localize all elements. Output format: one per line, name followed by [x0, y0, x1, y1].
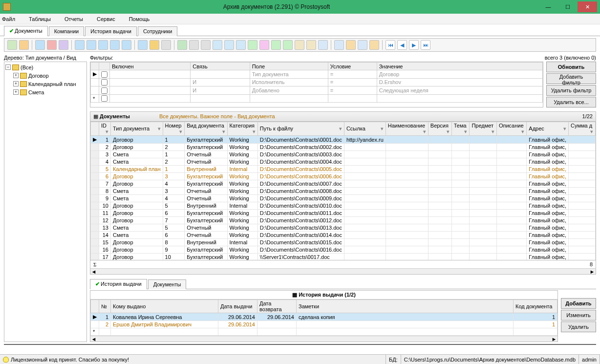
table-row[interactable]: 6 Договор 3 Бухгалтерский Working D:\Doc… [91, 173, 596, 180]
del-all-filters-button[interactable]: Удалить все... [546, 97, 596, 107]
history-add-button[interactable]: Добавить [561, 298, 596, 309]
col-header[interactable]: Ссылка▾ [344, 122, 386, 136]
history-edit-button[interactable]: Изменить [561, 310, 596, 321]
filter-enable-1[interactable] [101, 71, 107, 78]
col-header[interactable]: Вид документа▾ [185, 122, 227, 136]
col-header[interactable]: Категория▾ [227, 122, 257, 136]
col-header[interactable]: Сумма д▾ [569, 122, 596, 136]
export-word1-icon[interactable] [213, 40, 222, 50]
col-header[interactable]: Адрес▾ [527, 122, 569, 136]
export-word3-icon[interactable] [236, 40, 246, 50]
table-row[interactable]: 4 Смета 2 Отчетный Working D:\Documents\… [91, 158, 596, 166]
table-row[interactable]: ▶ 1 Ковалева Ирина Сергеевна 29.06.2014 … [91, 313, 557, 321]
col-header[interactable]: Наименование▾ [386, 122, 428, 136]
funnel-icon[interactable] [138, 40, 148, 50]
find-icon[interactable] [189, 40, 199, 50]
tree-item-smeta[interactable]: + Смета [5, 88, 86, 96]
menu-service[interactable]: Сервис [97, 16, 122, 22]
folder-icon[interactable] [150, 40, 159, 50]
table-row[interactable]: 7 Договор 4 Бухгалтерский Working D:\Doc… [91, 180, 596, 188]
history-del-button[interactable]: Удалить [561, 321, 596, 332]
table-row[interactable]: 13 Смета 5 Отчетный Working D:\Documents… [91, 224, 596, 232]
col-header[interactable]: Описание▾ [496, 122, 526, 136]
table-row[interactable]: 9 Смета 4 Отчетный Working D:\Documents\… [91, 195, 596, 202]
scroll-left-icon[interactable]: ◄ [90, 336, 97, 342]
filter3-icon[interactable] [98, 40, 108, 50]
col-header[interactable]: Путь к файлу▾ [257, 122, 344, 136]
scroll-right-icon[interactable]: ► [551, 336, 557, 342]
table-row[interactable]: 15 Договор 8 Внутренний Internal D:\Docu… [91, 239, 596, 246]
copy-icon[interactable] [35, 40, 45, 50]
settings3-icon[interactable] [369, 40, 379, 50]
filter-enable-2[interactable] [101, 79, 107, 86]
col-header[interactable]: Дата выдачи [218, 300, 257, 313]
export-access-icon[interactable] [259, 40, 269, 50]
menu-help[interactable]: Помощь [129, 16, 157, 22]
maximize-button[interactable]: ☐ [558, 1, 578, 12]
filter-enable-3[interactable] [101, 87, 107, 94]
tree-item-dogovor[interactable]: + Договор [5, 71, 86, 80]
col-header[interactable]: Версия▾ [428, 122, 451, 136]
export-csv-icon[interactable] [306, 40, 316, 50]
nav-first-icon[interactable]: ⏮ [386, 40, 395, 50]
filter-enable-new[interactable] [101, 95, 107, 102]
refresh-icon[interactable] [177, 40, 187, 50]
col-header[interactable]: Код документа [514, 300, 557, 313]
col-header[interactable]: Заметки [297, 300, 514, 313]
del-filter-button[interactable]: Удалить фильтр [546, 85, 596, 96]
close-button[interactable]: ✕ [578, 1, 597, 12]
menu-tables[interactable]: Таблицы [29, 16, 58, 22]
filter1-icon[interactable] [75, 40, 85, 50]
table-row[interactable]: 2 Ершов Дмитрий Владимирович 29.06.2014 … [91, 321, 557, 328]
new-icon[interactable] [7, 40, 17, 50]
refresh-button[interactable]: Обновить [546, 62, 596, 72]
nav-prev-icon[interactable]: ◀ [397, 40, 407, 50]
table-row[interactable]: 10 Договор 5 Внутренний Internal D:\Docu… [91, 202, 596, 210]
tab-documents[interactable]: ✔Документы [4, 26, 48, 36]
table-row[interactable]: 12 Договор 7 Бухгалтерский Working D:\Do… [91, 217, 596, 224]
subtab-documents[interactable]: Документы [148, 279, 187, 289]
add-filter-button[interactable]: Добавить фильтр [546, 73, 596, 84]
sql-icon[interactable] [161, 40, 171, 50]
table-row[interactable]: 14 Смета 6 Отчетный Working D:\Documents… [91, 232, 596, 239]
column-icon[interactable] [334, 40, 344, 50]
table-row[interactable]: 11 Договор 6 Бухгалтерский Working D:\Do… [91, 210, 596, 217]
table-row[interactable]: 5 Календарный план 1 Внутренний Internal… [91, 166, 596, 173]
settings1-icon[interactable] [346, 40, 356, 50]
filters-table[interactable]: Включен Связь Поле Условие Значение ▶ Ти… [90, 62, 543, 107]
filter5-icon[interactable] [122, 40, 131, 50]
scroll-left-icon[interactable]: ◄ [90, 269, 97, 274]
col-header[interactable]: Тема▾ [451, 122, 470, 136]
col-header[interactable]: Дата возврата [257, 300, 297, 313]
delete-icon[interactable] [47, 40, 57, 50]
tree[interactable]: − (Все) + Договор + Календарный план + С… [4, 62, 87, 342]
menu-file[interactable]: Файл [2, 16, 22, 22]
print-icon[interactable] [201, 40, 211, 50]
export-excel2-icon[interactable] [271, 40, 281, 50]
table-row[interactable]: 3 Смета 1 Отчетный Working D:\Documents\… [91, 151, 596, 158]
edit-icon[interactable] [19, 40, 29, 50]
tab-companies[interactable]: Компании [49, 26, 85, 36]
nav-next-icon[interactable]: ▶ [409, 40, 419, 50]
nav-last-icon[interactable]: ⏭ [421, 40, 430, 50]
history-grid[interactable]: ▦ История выдачи (1/2) №Кому выданоДата … [90, 290, 558, 342]
filter4-icon[interactable] [110, 40, 120, 50]
scroll-right-icon[interactable]: ► [589, 269, 596, 274]
tree-item-plan[interactable]: + Календарный план [5, 80, 86, 88]
settings2-icon[interactable] [358, 40, 367, 50]
table-row[interactable]: 17 Договор 10 Бухгалтерский Working \\Se… [91, 254, 596, 260]
filter2-icon[interactable] [86, 40, 96, 50]
subtab-history[interactable]: ✔История выдачи [90, 279, 147, 289]
col-header[interactable]: Тип документа▾ [111, 122, 163, 136]
menu-reports[interactable]: Отчеты [64, 16, 90, 22]
table-row[interactable]: 16 Договор 9 Бухгалтерский Working D:\Do… [91, 246, 596, 254]
tab-issue-history[interactable]: История выдачи [85, 26, 137, 36]
col-header[interactable]: Предмет▾ [470, 122, 496, 136]
splitter[interactable] [4, 344, 596, 348]
chart-icon[interactable] [318, 40, 328, 50]
table-row[interactable]: 2 Договор 2 Бухгалтерский Working D:\Doc… [91, 144, 596, 151]
col-header[interactable]: Номер▾ [163, 122, 185, 136]
export-word2-icon[interactable] [224, 40, 234, 50]
col-header[interactable]: Кому выдано [111, 300, 218, 313]
grid-icon[interactable] [59, 40, 68, 50]
